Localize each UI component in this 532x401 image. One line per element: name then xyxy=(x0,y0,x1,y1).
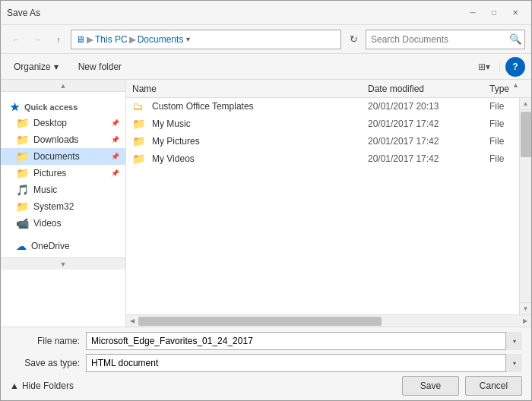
col-header-type[interactable]: Type xyxy=(483,82,531,96)
view-icon: ⊞ xyxy=(478,62,486,72)
action-row: ▲ Hide Folders Save Cancel xyxy=(10,376,522,396)
sidebar-item-system32-label: System32 xyxy=(33,201,74,212)
save-button[interactable]: Save xyxy=(402,376,459,396)
file-list: 🗂 Custom Office Templates 20/01/2017 20:… xyxy=(126,98,519,314)
sidebar-item-music[interactable]: 🎵 Music xyxy=(1,182,125,198)
help-button[interactable]: ? xyxy=(505,57,525,77)
file-item-my-videos[interactable]: 📁 My Videos 20/01/2017 17:42 File xyxy=(126,150,519,168)
close-button[interactable]: ✕ xyxy=(505,5,525,21)
file-item-custom-office[interactable]: 🗂 Custom Office Templates 20/01/2017 20:… xyxy=(126,98,519,115)
col-header-name[interactable]: Name xyxy=(126,82,362,96)
sidebar-item-downloads[interactable]: 📁 Downloads 📌 xyxy=(1,131,125,148)
quick-access-star-icon: ★ xyxy=(10,101,20,113)
cancel-button[interactable]: Cancel xyxy=(465,376,522,396)
file-name-my-music: My Music xyxy=(152,118,368,129)
filetype-row: Save as type: HTML document Text Documen… xyxy=(10,354,522,372)
view-chevron-icon: ▾ xyxy=(486,62,490,72)
sidebar-item-documents-label: Documents xyxy=(33,151,80,162)
hide-folders-label: Hide Folders xyxy=(22,380,74,391)
hide-folders-button[interactable]: ▲ Hide Folders xyxy=(10,380,74,391)
organize-label: Organize xyxy=(14,62,51,72)
file-item-my-music[interactable]: 📁 My Music 20/01/2017 17:42 File xyxy=(126,115,519,133)
sidebar-item-documents[interactable]: 📁 Documents 📌 xyxy=(1,148,125,165)
filename-row: File name: ▾ xyxy=(10,332,522,350)
file-list-header: ▲ Name Date modified Type xyxy=(126,80,531,98)
search-input[interactable] xyxy=(366,30,525,49)
sidebar-item-system32[interactable]: 📁 System32 xyxy=(1,198,125,215)
sidebar-item-onedrive[interactable]: ☁ OneDrive xyxy=(1,238,125,254)
save-as-dialog: Save As ─ □ ✕ ← → ↑ 🖥 ▶ This PC ▶ Docume… xyxy=(0,0,532,401)
bottom-area: File name: ▾ Save as type: HTML document… xyxy=(1,327,531,400)
minimize-button[interactable]: ─ xyxy=(463,5,483,21)
documents-folder-icon: 📁 xyxy=(16,150,29,163)
forward-button[interactable]: → xyxy=(28,30,46,49)
scroll-up-arrow-icon: ▲ xyxy=(512,81,519,89)
quick-access-label: Quick access xyxy=(24,103,78,112)
search-button[interactable]: 🔍 xyxy=(507,31,524,48)
search-container: 🔍 xyxy=(366,30,525,49)
filetype-select-wrapper: HTML document Text Document All Files ▾ xyxy=(86,354,522,372)
title-bar: Save As ─ □ ✕ xyxy=(1,1,531,25)
breadcrumb-bar[interactable]: 🖥 ▶ This PC ▶ Documents ▾ xyxy=(71,30,341,49)
filename-input-wrapper: ▾ xyxy=(86,332,522,350)
sidebar-scroll-down[interactable]: ▼ xyxy=(1,257,125,270)
sidebar-spacer xyxy=(1,232,125,238)
scroll-down-btn[interactable]: ▼ xyxy=(520,302,531,314)
toolbar: Organize ▾ New folder ⊞ ▾ | ? xyxy=(1,54,531,80)
view-button[interactable]: ⊞ ▾ xyxy=(474,57,494,77)
scroll-track xyxy=(520,110,531,302)
sidebar-item-pictures[interactable]: 📁 Pictures 📌 xyxy=(1,165,125,182)
sidebar-item-videos[interactable]: 📹 Videos xyxy=(1,215,125,232)
quick-access-section: ★ Quick access 📁 Desktop 📌 📁 Downloads 📌 xyxy=(1,98,125,232)
sidebar-item-pictures-label: Pictures xyxy=(33,168,66,178)
filetype-label: Save as type: xyxy=(10,358,86,368)
file-item-my-pictures[interactable]: 📁 My Pictures 20/01/2017 17:42 File xyxy=(126,133,519,150)
pictures-folder-icon: 📁 xyxy=(16,167,29,179)
sidebar-container: ▲ ★ Quick access 📁 Desktop 📌 📁 Downloads xyxy=(1,80,126,327)
h-scroll-thumb[interactable] xyxy=(138,317,382,326)
h-scroll-right-btn[interactable]: ▶ xyxy=(519,315,531,327)
col-header-date[interactable]: Date modified xyxy=(362,82,483,96)
system32-folder-icon: 📁 xyxy=(16,200,29,213)
toolbar-divider: | xyxy=(499,62,501,72)
breadcrumb-folder-icon[interactable]: 🖥 xyxy=(76,34,85,45)
up-button[interactable]: ↑ xyxy=(49,30,68,49)
file-panel: ▲ Name Date modified Type 🗂 Custom Offic… xyxy=(126,80,531,327)
my-videos-icon: 📁 xyxy=(132,153,147,165)
sidebar-item-desktop-label: Desktop xyxy=(33,118,67,128)
my-pictures-icon: 📁 xyxy=(132,135,147,147)
filename-input[interactable] xyxy=(86,332,522,350)
scroll-up-btn[interactable]: ▲ xyxy=(520,98,531,110)
file-date-my-videos: 20/01/2017 17:42 xyxy=(368,153,489,164)
file-type-custom-office: File xyxy=(489,101,513,112)
file-type-my-music: File xyxy=(489,118,513,129)
breadcrumb-expand-icon[interactable]: ▾ xyxy=(186,35,190,43)
sidebar-item-videos-label: Videos xyxy=(33,218,61,229)
filename-dropdown-btn[interactable]: ▾ xyxy=(505,332,522,350)
organize-button[interactable]: Organize ▾ xyxy=(7,58,65,75)
music-folder-icon: 🎵 xyxy=(16,184,29,196)
scroll-thumb[interactable] xyxy=(521,112,531,157)
my-music-icon: 📁 xyxy=(132,118,147,130)
sidebar-scrollbar xyxy=(115,80,125,327)
refresh-button[interactable]: ↻ xyxy=(344,30,363,49)
filetype-select[interactable]: HTML document Text Document All Files xyxy=(86,354,522,372)
sidebar-item-onedrive-label: OneDrive xyxy=(31,241,70,251)
file-list-wrapper: 🗂 Custom Office Templates 20/01/2017 20:… xyxy=(126,98,531,314)
sidebar: ★ Quick access 📁 Desktop 📌 📁 Downloads 📌 xyxy=(1,92,126,257)
breadcrumb-documents[interactable]: Documents xyxy=(138,34,184,45)
file-date-custom-office: 20/01/2017 20:13 xyxy=(368,101,489,112)
videos-folder-icon: 📹 xyxy=(16,217,29,229)
vertical-scrollbar[interactable]: ▲ ▼ xyxy=(519,98,531,314)
organize-chevron-icon: ▾ xyxy=(54,62,59,72)
maximize-button[interactable]: □ xyxy=(484,5,504,21)
horizontal-scrollbar: ◀ ▶ xyxy=(126,314,531,327)
sidebar-scroll-up[interactable]: ▲ xyxy=(1,80,125,92)
h-scroll-track xyxy=(138,315,519,327)
sidebar-item-downloads-label: Downloads xyxy=(33,134,78,145)
file-type-my-pictures: File xyxy=(489,136,513,147)
onedrive-icon: ☁ xyxy=(16,240,27,252)
h-scroll-left-btn[interactable]: ◀ xyxy=(126,315,138,327)
back-button[interactable]: ← xyxy=(7,30,25,49)
sidebar-item-desktop[interactable]: 📁 Desktop 📌 xyxy=(1,115,125,131)
